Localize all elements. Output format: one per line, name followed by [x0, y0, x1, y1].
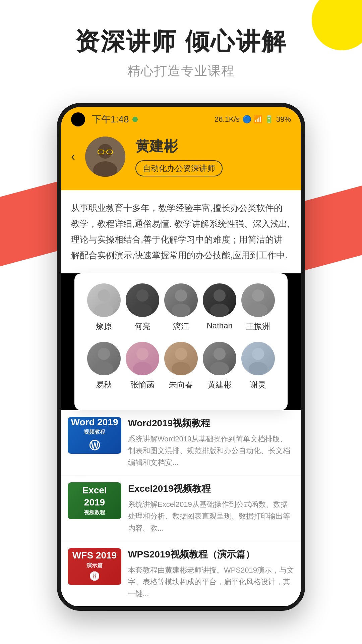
svg-point-6: [98, 289, 110, 302]
thumb-word-sub: 视频教程: [84, 429, 105, 436]
thumb-word-title: Word 2019: [71, 417, 118, 428]
course-desc-word: 系统讲解Word2019从基础操作到简单文档排版、制表和图文混排、规范排版和办公…: [128, 433, 294, 469]
instructors-row-1: 燎原 何亮: [84, 283, 278, 332]
course-thumb-wps: WFS 2019 演示篇 🅦: [68, 548, 121, 585]
sub-title: 精心打造专业课程: [20, 62, 342, 79]
status-icons: 🔵 📶 🔋: [242, 115, 274, 124]
instructor-avatar-zhuxiangchun: [164, 342, 198, 375]
instructor-item[interactable]: 漓江: [164, 283, 198, 332]
phone-courses: Word 2019 视频教程 Ⓦ Word2019视频教程 系统讲解Word20…: [61, 410, 301, 606]
instructor-avatar-nathan: [203, 283, 236, 317]
header-section: 资深讲师 倾心讲解 精心打造专业课程: [0, 0, 362, 93]
instructor-info: 黄建彬 自动化办公资深讲师: [135, 137, 291, 176]
course-item-excel[interactable]: Excel 2019 视频教程 Excel2019视频教程 系统讲解Excel2…: [61, 476, 301, 541]
instructor-avatar-xieling: [241, 342, 275, 375]
svg-point-8: [136, 289, 148, 302]
thumb-excel-sub: 视频教程: [84, 509, 105, 516]
instructor-name-xieling: 谢灵: [250, 379, 266, 390]
svg-point-15: [249, 304, 267, 317]
instructors-card: 燎原 何亮: [74, 273, 288, 410]
svg-point-7: [95, 304, 113, 317]
instructor-item[interactable]: 易秋: [87, 342, 121, 390]
instructor-item[interactable]: 谢灵: [241, 342, 275, 390]
instructor-avatar-zhangyuhan: [126, 342, 159, 375]
status-right: 26.1K/s 🔵 📶 🔋 39%: [215, 115, 291, 124]
svg-point-18: [136, 348, 148, 360]
status-time: 下午1:48: [92, 113, 129, 126]
instructor-main-avatar: [85, 137, 125, 177]
svg-point-21: [172, 362, 190, 375]
svg-point-22: [214, 348, 226, 360]
course-info-wps: WPS2019视频教程（演示篇） 本套教程由黄建彬老师讲授。WPS2019演示，…: [128, 548, 294, 600]
course-title-excel: Excel2019视频教程: [128, 482, 294, 495]
phone-section: 下午1:48 26.1K/s 🔵 📶 🔋 39% ‹: [0, 93, 362, 611]
svg-point-25: [249, 362, 267, 375]
instructor-avatar-lijiang: [164, 283, 198, 317]
instructor-name-zhangyuhan: 张愉菡: [130, 379, 155, 390]
course-info-word: Word2019视频教程 系统讲解Word2019从基础操作到简单文档排版、制表…: [128, 417, 294, 469]
instructor-badge: 自动化办公资深讲师: [135, 160, 223, 176]
word-icon: Ⓦ: [89, 438, 100, 453]
svg-point-13: [210, 304, 229, 317]
instructor-item[interactable]: 何亮: [126, 283, 159, 332]
back-button[interactable]: ‹: [71, 150, 75, 164]
camera-hole: [71, 112, 85, 126]
svg-point-19: [133, 362, 152, 375]
svg-point-9: [133, 304, 152, 317]
status-indicator: [132, 117, 138, 122]
status-left: 下午1:48: [71, 112, 138, 126]
instructor-name-liaoyuan: 燎原: [96, 321, 112, 332]
svg-point-11: [172, 304, 190, 317]
svg-point-14: [252, 289, 264, 302]
course-thumb-word: Word 2019 视频教程 Ⓦ: [68, 417, 121, 454]
instructor-name-huangjianbin2: 黄建彬: [207, 379, 232, 390]
instructor-name-yiqiu: 易秋: [96, 379, 112, 390]
instructor-name-heliang: 何亮: [134, 321, 150, 332]
instructor-avatar-liaoyuan: [87, 283, 121, 317]
instructor-item[interactable]: 黄建彬: [203, 342, 236, 390]
instructor-name-nathan: Nathan: [206, 321, 232, 330]
thumb-wps-sub: 演示篇: [86, 562, 103, 569]
svg-point-20: [175, 348, 187, 360]
instructor-item[interactable]: 朱向春: [164, 342, 198, 390]
instructor-item[interactable]: Nathan: [203, 283, 236, 332]
thumb-excel-year: 2019: [84, 497, 105, 508]
instructor-avatar-wangzhenzhou: [241, 283, 275, 317]
wps-icon: 🅦: [90, 571, 99, 582]
instructor-item[interactable]: 王振洲: [241, 283, 275, 332]
instructor-item[interactable]: 燎原: [87, 283, 121, 332]
instructor-avatar-heliang: [126, 283, 159, 317]
thumb-wps-title: WFS 2019: [72, 550, 117, 561]
instructor-name: 黄建彬: [135, 137, 291, 156]
instructor-name-lijiang: 漓江: [173, 321, 189, 332]
course-desc-excel: 系统讲解Excel2019从基础操作到公式函数、数据处理和分析、数据图表直观呈现…: [128, 498, 294, 534]
thumb-excel-title: Excel: [82, 485, 107, 496]
svg-point-1: [98, 144, 113, 159]
svg-point-23: [210, 362, 229, 375]
instructor-name-wangzhenzhou: 王振洲: [246, 321, 270, 332]
course-item-word[interactable]: Word 2019 视频教程 Ⓦ Word2019视频教程 系统讲解Word20…: [61, 410, 301, 475]
course-desc-wps: 本套教程由黄建彬老师讲授。WPS2019演示，与文字、表格等模块构成的平台，扁平…: [128, 564, 294, 600]
svg-point-24: [252, 348, 264, 360]
instructor-avatar-yiqiu: [87, 342, 121, 375]
instructor-item[interactable]: 张愉菡: [126, 342, 159, 390]
main-title: 资深讲师 倾心讲解: [20, 27, 342, 56]
course-info-excel: Excel2019视频教程 系统讲解Excel2019从基础操作到公式函数、数据…: [128, 482, 294, 534]
svg-point-16: [98, 348, 110, 360]
instructor-description: 从事职业教育十多年，教学经验丰富,擅长办公类软件的教学，教程详细,通俗易懂. 教…: [61, 190, 301, 273]
phone-mockup: 下午1:48 26.1K/s 🔵 📶 🔋 39% ‹: [57, 103, 305, 611]
svg-point-17: [95, 362, 113, 375]
svg-point-10: [175, 289, 187, 302]
course-title-word: Word2019视频教程: [128, 417, 294, 430]
course-item-wps[interactable]: WFS 2019 演示篇 🅦 WPS2019视频教程（演示篇） 本套教程由黄建彬…: [61, 541, 301, 606]
instructors-row-2: 易秋 张愉菡: [84, 342, 278, 390]
phone-status-bar: 下午1:48 26.1K/s 🔵 📶 🔋 39%: [61, 107, 301, 130]
course-thumb-excel: Excel 2019 视频教程: [68, 482, 121, 519]
status-speed: 26.1K/s: [215, 115, 240, 124]
course-title-wps: WPS2019视频教程（演示篇）: [128, 548, 294, 561]
instructor-avatar-huangjianbin2: [203, 342, 236, 375]
instructor-name-zhuxiangchun: 朱向春: [169, 379, 193, 390]
svg-point-12: [214, 289, 226, 302]
status-battery: 39%: [276, 115, 291, 124]
phone-header: ‹ 黄建彬 自动化办公资深讲师: [61, 130, 301, 190]
